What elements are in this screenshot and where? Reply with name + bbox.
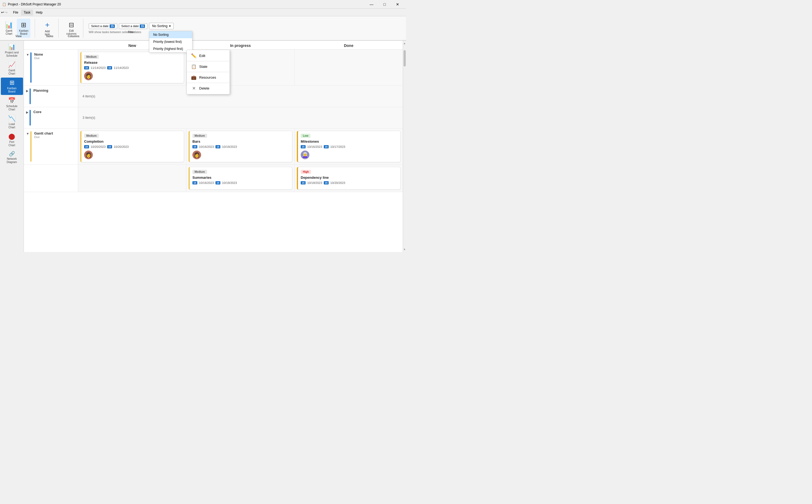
group-row-gantt-chart-2: Medium Summaries 15 10/16/2023 15 10/19/… <box>24 165 403 192</box>
group-bar-planning <box>30 88 31 104</box>
sidebar-label-gantt-chart: GanttChart <box>8 69 15 75</box>
sidebar-item-network-diagram[interactable]: 🔗 NetworkDiagram <box>1 149 23 165</box>
sort-dropdown: No Sorting Priority (lowest first) Prior… <box>149 31 192 53</box>
date-start-icon-completion: 15 <box>84 145 89 148</box>
group-arrow-core[interactable]: ▶ <box>26 110 28 114</box>
task-card-dependency[interactable]: High Dependency line 15 10/18/2023 15 10… <box>297 167 400 190</box>
date-start-label: Select a date <box>91 24 109 28</box>
close-button[interactable]: ✕ <box>391 0 404 9</box>
ctx-delete[interactable]: ✕ Delete <box>187 84 230 93</box>
task-name-bars: Bars <box>192 139 289 143</box>
minimize-button[interactable]: — <box>365 0 378 9</box>
col-header-inprogress: In progress <box>186 43 295 48</box>
group-arrow-planning[interactable]: ▶ <box>26 89 28 93</box>
date-end-completion: 10/20/2023 <box>114 145 129 148</box>
gantt-chart-new: Medium Completion 15 10/20/2023 15 10/20… <box>78 129 186 164</box>
date-end-cal-icon: 15 <box>140 24 145 28</box>
date-start-dependency: 10/18/2023 <box>307 181 322 184</box>
edit-columns-label: Editcolumns <box>66 29 76 35</box>
sidebar-item-pert-chart[interactable]: ⬤ PertChart <box>1 131 23 149</box>
date-start-icon-dependency: 15 <box>301 181 305 184</box>
sort-option-high[interactable]: Priority (highest first) <box>149 45 192 52</box>
task-card-completion[interactable]: Medium Completion 15 10/20/2023 15 10/20… <box>80 131 184 162</box>
tasks-label: Tasks <box>40 35 58 38</box>
sidebar-label-project-schedule: Project andSchedule <box>5 51 19 58</box>
group-arrow-gantt-chart[interactable]: ▼ <box>26 132 29 136</box>
task-card-bars[interactable]: Medium Bars 15 10/16/2023 15 10/19/2023 … <box>189 131 292 162</box>
task-name-release: Release <box>84 60 181 65</box>
date-end-release: 11/14/2023 <box>114 66 129 69</box>
menu-task[interactable]: Task <box>21 9 33 15</box>
group-sub-none: Due <box>34 56 43 60</box>
schedule-chart-sidebar-icon: 📅 <box>8 97 15 104</box>
ctx-divider-1 <box>187 61 230 61</box>
group-name-core: Core <box>33 110 42 114</box>
group-label-planning: ▶ Planning <box>24 86 78 107</box>
menu-file[interactable]: File <box>10 9 21 15</box>
task-card-release[interactable]: Medium Release 15 11/14/2023 15 11/14/20… <box>80 52 184 83</box>
ribbon: 📊 GanttChart ⊞ KanbanBoard View + Addtas… <box>0 16 406 41</box>
task-card-milestones[interactable]: Low Milestones 15 10/16/2023 15 10/17/20… <box>297 131 400 162</box>
scrollbar[interactable]: ▲ ▼ <box>403 41 406 252</box>
task-dates-milestones: 15 10/16/2023 15 10/17/2023 <box>301 145 397 148</box>
group-name-none: None <box>34 52 43 56</box>
core-collapsed-area: 3 item(s) <box>78 107 403 128</box>
delete-icon: ✕ <box>191 86 196 91</box>
sort-button[interactable]: No Sorting ▾ <box>149 23 174 29</box>
date-end-icon-bars: 15 <box>215 145 220 148</box>
scroll-down-button[interactable]: ▼ <box>403 248 406 252</box>
state-icon: 📋 <box>191 64 196 69</box>
date-row: Select a date 15 Select a date 15 No Sor… <box>89 23 174 29</box>
group-none-done <box>295 50 403 85</box>
scroll-thumb[interactable] <box>403 50 406 66</box>
group-label-continuation <box>24 165 78 192</box>
date-start-release: 11/14/2023 <box>91 66 106 69</box>
sidebar-label-kanban-board: KanbanBoard <box>7 87 16 93</box>
ctx-edit[interactable]: ✏️ Edit <box>187 51 230 60</box>
sidebar-item-load-chart[interactable]: 📉 LoadChart <box>1 113 23 131</box>
sidebar-item-project-schedule[interactable]: 📊 Project andSchedule <box>1 42 23 59</box>
sidebar-label-load-chart: LoadChart <box>8 123 15 129</box>
sort-option-low[interactable]: Priority (lowest first) <box>149 38 192 45</box>
ctx-resources[interactable]: 💼 Resources <box>187 73 230 82</box>
date-start-icon-summaries: 15 <box>192 181 197 184</box>
group-none-inprogress: ✏️ Edit 📋 State 💼 Resources <box>186 50 295 85</box>
date-end-button[interactable]: Select a date 15 <box>119 23 147 29</box>
redo-button[interactable]: ↪ <box>5 10 8 14</box>
sidebar-item-gantt-chart[interactable]: 📈 GanttChart <box>1 60 23 77</box>
date-start-summaries: 10/16/2023 <box>199 181 214 184</box>
kanban-body: ▼ None Due Medium Release 15 11/14/2023 <box>24 50 403 252</box>
kanban-board-icon: ⊞ <box>21 21 26 29</box>
sidebar-item-kanban-board[interactable]: ⊞ KanbanBoard <box>1 78 23 95</box>
priority-badge-release: Medium <box>84 55 99 59</box>
task-card-summaries[interactable]: Medium Summaries 15 10/16/2023 15 10/19/… <box>189 167 292 190</box>
sidebar-item-schedule-chart[interactable]: 📅 ScheduleChart <box>1 95 23 113</box>
group-arrow-none[interactable]: ▼ <box>26 53 29 57</box>
task-dates-summaries: 15 10/16/2023 15 10/19/2023 <box>192 181 289 184</box>
kanban-column-headers: New In progress Done <box>24 41 403 50</box>
date-start-button[interactable]: Select a date 15 <box>89 23 117 29</box>
continuation-new <box>78 165 186 192</box>
planning-collapsed-area: 4 item(s) <box>78 86 403 107</box>
edit-columns-icon: ⊟ <box>69 21 74 29</box>
continuation-inprogress: Medium Summaries 15 10/16/2023 15 10/19/… <box>186 165 295 192</box>
ctx-edit-label: Edit <box>199 54 205 58</box>
col-header-done: Done <box>294 43 403 48</box>
sort-option-none[interactable]: No Sorting <box>149 31 192 38</box>
task-name-milestones: Milestones <box>301 139 397 143</box>
menu-help[interactable]: Help <box>33 9 45 15</box>
ribbon-filter-group: Select a date 15 Select a date 15 No Sor… <box>89 23 174 34</box>
maximize-button[interactable]: □ <box>378 0 391 9</box>
ctx-resources-label: Resources <box>199 75 216 79</box>
gantt-chart-label: GanttChart <box>6 29 12 35</box>
priority-badge-dependency: High <box>301 170 311 174</box>
sort-chevron-icon: ▾ <box>169 24 171 28</box>
ctx-state[interactable]: 📋 State <box>187 62 230 71</box>
edit-icon: ✏️ <box>191 53 196 58</box>
undo-button[interactable]: ↩ <box>1 10 4 14</box>
scroll-up-button[interactable]: ▲ <box>403 41 406 45</box>
menu-bar: ↩ ↪ File Task Help <box>0 9 406 16</box>
date-end-icon-dependency: 15 <box>324 181 329 184</box>
group-name-planning: Planning <box>33 88 48 92</box>
task-dates-completion: 15 10/20/2023 15 10/20/2023 <box>84 145 181 148</box>
